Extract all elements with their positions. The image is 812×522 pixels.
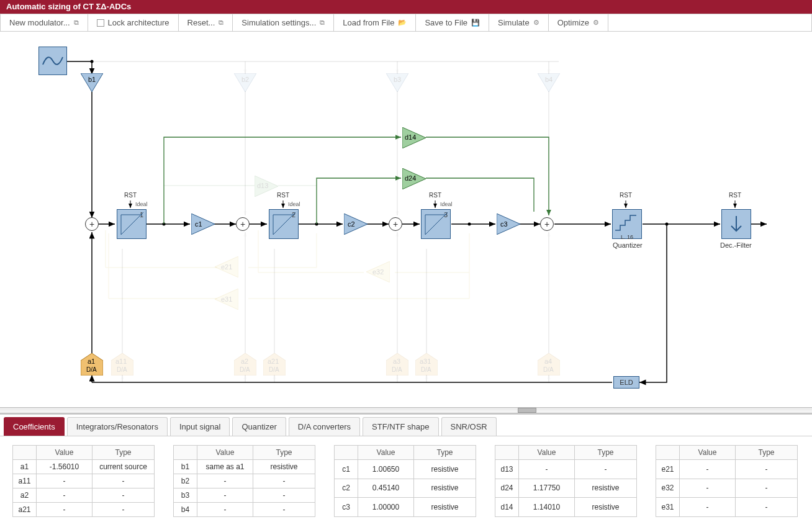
- gain-c3[interactable]: c3: [497, 214, 521, 235]
- tab-stf-ntf[interactable]: STF/NTF shape: [363, 417, 438, 436]
- dac-a21[interactable]: a21D/A: [263, 353, 286, 376]
- tab-quantizer[interactable]: Quantizer: [232, 417, 286, 436]
- table-row[interactable]: d141.14010resistive: [495, 498, 637, 517]
- table-c[interactable]: ValueTypec11.00650resistivec20.45140resi…: [334, 445, 476, 517]
- dac-a1[interactable]: a1D/A: [81, 353, 103, 376]
- rst-label: RST: [429, 192, 441, 199]
- table-row[interactable]: a21--: [13, 503, 155, 517]
- ideal-label: Ideal: [440, 201, 453, 207]
- tab-input-signal[interactable]: Input signal: [170, 417, 230, 436]
- load-from-file-button[interactable]: Load from File📂: [334, 14, 416, 31]
- simulation-settings-button[interactable]: Simulation settings...⧉: [233, 14, 334, 31]
- panel-splitter[interactable]: [0, 407, 812, 413]
- gain-d24[interactable]: d24: [402, 168, 427, 189]
- svg-text:b3: b3: [394, 76, 401, 83]
- gain-d13[interactable]: d13: [255, 176, 279, 197]
- svg-text:c2: c2: [348, 220, 355, 228]
- summer-2[interactable]: +: [236, 217, 250, 231]
- table-row[interactable]: e32--: [656, 479, 798, 498]
- summer-3[interactable]: +: [389, 217, 402, 231]
- table-row[interactable]: d241.17750resistive: [495, 479, 637, 498]
- quantizer-block[interactable]: L. 16: [612, 209, 642, 239]
- dec-filter-label: Dec.-Filter: [720, 241, 752, 249]
- eld-block[interactable]: ELD: [613, 376, 639, 389]
- table-row[interactable]: b3--: [174, 488, 315, 503]
- save-to-file-button[interactable]: Save to File💾: [416, 14, 489, 31]
- gain-b2[interactable]: b2: [234, 73, 256, 93]
- simulate-button[interactable]: Simulate⚙: [489, 14, 549, 31]
- gain-d14[interactable]: d14: [402, 127, 427, 148]
- gain-c2[interactable]: c2: [344, 214, 369, 235]
- table-row[interactable]: a1-1.56010current source: [13, 460, 155, 474]
- integrator-3[interactable]: 3: [421, 209, 451, 239]
- table-e[interactable]: ValueTypee21--e32--e31--: [656, 445, 798, 517]
- gear-icon: ⚙: [533, 19, 539, 27]
- svg-text:d13: d13: [257, 182, 268, 189]
- svg-text:D/A: D/A: [240, 366, 250, 373]
- table-row[interactable]: a2--: [13, 488, 155, 503]
- popup-icon: ⧉: [219, 19, 223, 27]
- svg-text:a2: a2: [241, 358, 248, 365]
- rst-label: RST: [124, 192, 137, 199]
- gain-b4[interactable]: b4: [538, 73, 560, 93]
- lock-architecture-toggle[interactable]: Lock architecture: [88, 14, 179, 31]
- integrator-2[interactable]: 2: [269, 209, 299, 239]
- source-block[interactable]: [38, 47, 67, 75]
- tab-dac[interactable]: D/A converters: [289, 417, 360, 436]
- svg-text:D/A: D/A: [269, 366, 279, 373]
- table-row[interactable]: c11.00650resistive: [335, 460, 476, 479]
- folder-open-icon: 📂: [398, 19, 407, 27]
- table-row[interactable]: e21--: [656, 460, 798, 479]
- svg-text:a11: a11: [115, 358, 127, 365]
- new-modulator-button[interactable]: New modulator...⧉: [1, 14, 88, 31]
- popup-icon: ⧉: [74, 19, 79, 27]
- optimize-button[interactable]: Optimize⚙: [549, 14, 608, 31]
- summer-4[interactable]: +: [540, 217, 554, 231]
- svg-text:D/A: D/A: [543, 366, 554, 373]
- popup-icon: ⧉: [320, 19, 325, 27]
- svg-text:b1: b1: [88, 76, 96, 83]
- rst-label: RST: [277, 192, 289, 199]
- svg-text:e21: e21: [221, 263, 232, 271]
- table-a[interactable]: ValueTypea1-1.56010current sourcea11--a2…: [12, 445, 155, 517]
- tab-integrators[interactable]: Integrators/Resonators: [67, 417, 168, 436]
- diagram-canvas[interactable]: b1 b2 b3 b4 d14 d24 d13 + + + + RST Idea…: [0, 32, 812, 407]
- svg-text:D/A: D/A: [392, 366, 402, 373]
- summer-1[interactable]: +: [85, 217, 99, 231]
- svg-text:e32: e32: [372, 268, 384, 276]
- gain-b3[interactable]: b3: [386, 73, 408, 93]
- table-row[interactable]: b2--: [174, 474, 315, 488]
- table-d[interactable]: ValueTyped13--d241.17750resistived141.14…: [495, 445, 637, 517]
- table-row[interactable]: a11--: [13, 474, 155, 488]
- table-row[interactable]: c31.00000resistive: [335, 498, 476, 517]
- gain-e21[interactable]: e21: [214, 256, 238, 277]
- dac-a31[interactable]: a31D/A: [415, 353, 438, 376]
- dac-a2[interactable]: a2D/A: [234, 353, 256, 376]
- gear-icon: ⚙: [593, 19, 599, 27]
- dac-a3[interactable]: a3D/A: [386, 353, 408, 376]
- splitter-handle[interactable]: [518, 408, 536, 413]
- tab-bar: Coefficients Integrators/Resonators Inpu…: [0, 415, 812, 436]
- table-row[interactable]: b1same as a1resistive: [174, 460, 315, 474]
- table-row[interactable]: c20.45140resistive: [335, 479, 476, 498]
- tab-snr-osr[interactable]: SNR/OSR: [441, 417, 497, 436]
- gain-e32[interactable]: e32: [365, 261, 390, 282]
- svg-text:b2: b2: [241, 76, 249, 83]
- reset-button[interactable]: Reset...⧉: [179, 14, 233, 31]
- table-row[interactable]: b4--: [174, 503, 315, 517]
- integrator-icon: [424, 211, 449, 236]
- dec-filter-block[interactable]: [721, 209, 751, 239]
- table-b[interactable]: ValueTypeb1same as a1resistiveb2--b3--b4…: [173, 445, 315, 517]
- gain-b1[interactable]: b1: [81, 73, 103, 93]
- gain-c1[interactable]: c1: [191, 214, 216, 235]
- table-row[interactable]: d13--: [495, 460, 637, 479]
- svg-text:e31: e31: [221, 295, 232, 303]
- dac-a4[interactable]: a4D/A: [538, 353, 560, 376]
- dac-a11[interactable]: a11D/A: [111, 353, 133, 376]
- table-row[interactable]: e31--: [656, 498, 798, 517]
- integrator-icon: [120, 211, 145, 236]
- svg-line-62: [273, 212, 295, 235]
- integrator-1[interactable]: 1: [117, 209, 147, 239]
- gain-e31[interactable]: e31: [214, 289, 238, 310]
- tab-coefficients[interactable]: Coefficients: [4, 417, 65, 436]
